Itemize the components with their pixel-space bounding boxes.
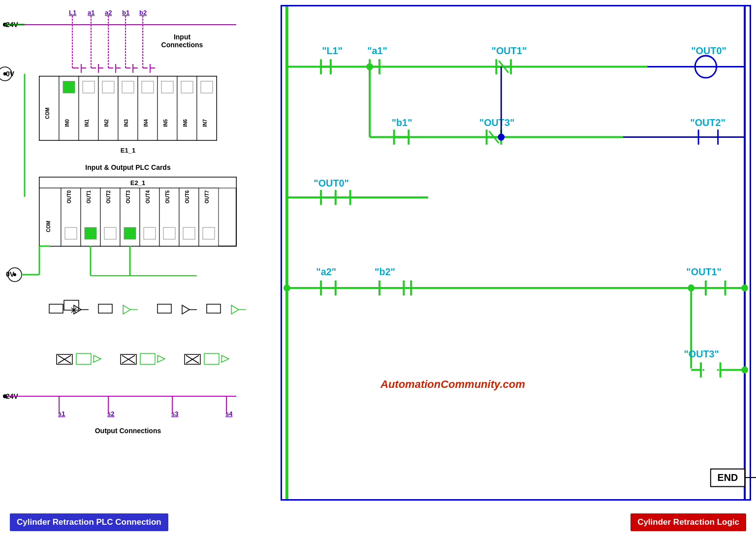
rung2-out3-label: "OUT3" <box>479 117 515 128</box>
svg-point-147 <box>284 285 290 291</box>
ladder-logic-title: Cylinder Retraction Logic <box>630 513 746 531</box>
slot-in5: IN5 <box>163 119 168 127</box>
svg-rect-29 <box>63 81 75 93</box>
svg-rect-78 <box>98 304 112 313</box>
automation-watermark: AutomationCommunity.com <box>380 378 525 391</box>
ladder-svg: "L1" "a1" "OUT1" "OUT0" <box>282 6 750 499</box>
slot-in4: IN4 <box>143 119 149 127</box>
svg-rect-60 <box>183 227 195 239</box>
out-slot-1: OUT1 <box>86 190 92 203</box>
out-slot-2: OUT2 <box>106 190 111 203</box>
svg-point-87 <box>3 394 7 398</box>
ladder-border: "L1" "a1" "OUT1" "OUT0" <box>281 5 751 501</box>
svg-rect-62 <box>203 227 215 239</box>
svg-point-166 <box>717 369 719 371</box>
svg-rect-102 <box>140 353 155 364</box>
svg-point-161 <box>741 285 748 291</box>
voltage-0v-2: 0V <box>6 270 15 278</box>
svg-point-3 <box>3 72 6 75</box>
svg-rect-39 <box>161 81 173 93</box>
out-slot-com: COM <box>46 221 51 232</box>
svg-marker-85 <box>231 305 239 314</box>
rung1-l1-label: "L1" <box>322 45 343 56</box>
svg-rect-56 <box>144 227 156 239</box>
wire-label-b1: b1 <box>122 9 129 16</box>
svg-rect-35 <box>122 81 134 93</box>
svg-rect-31 <box>83 81 94 93</box>
svg-rect-81 <box>158 304 171 313</box>
out-slot-0: OUT0 <box>66 190 72 203</box>
svg-rect-52 <box>104 227 116 239</box>
out-slot-5: OUT5 <box>165 190 170 203</box>
svg-rect-54 <box>124 227 136 239</box>
svg-rect-41 <box>181 81 193 93</box>
rung1-a1-label: "a1" <box>367 45 387 56</box>
svg-point-156 <box>688 285 694 291</box>
svg-rect-97 <box>76 353 91 364</box>
svg-rect-72 <box>64 300 79 310</box>
svg-point-160 <box>722 287 724 289</box>
svg-marker-103 <box>158 355 165 362</box>
svg-point-165 <box>702 369 704 371</box>
e2-label: E2_1 <box>130 179 145 187</box>
rung5-out3-coil-label: "OUT3" <box>684 349 719 359</box>
slot-com: COM <box>45 107 50 119</box>
rung4-b2-label: "b2" <box>375 266 395 277</box>
svg-marker-98 <box>94 355 101 362</box>
wire-label-a2: a2 <box>105 9 112 16</box>
out-slot-6: OUT6 <box>185 190 190 203</box>
svg-marker-79 <box>123 305 130 314</box>
svg-rect-48 <box>65 227 77 239</box>
out-slot-3: OUT3 <box>126 190 131 203</box>
svg-rect-58 <box>163 227 175 239</box>
end-block: END <box>718 472 738 483</box>
slot-in0: IN0 <box>64 119 70 127</box>
wire-label-L1: L1 <box>69 9 76 16</box>
svg-point-159 <box>707 287 709 289</box>
svg-rect-84 <box>207 304 220 313</box>
svg-marker-108 <box>221 355 229 362</box>
slot-in3: IN3 <box>124 119 129 127</box>
e1-label: E1_1 <box>121 147 135 154</box>
slot-in7: IN7 <box>202 119 208 127</box>
slot-in1: IN1 <box>84 119 90 127</box>
rung4-a2-label: "a2" <box>316 266 336 277</box>
svg-rect-37 <box>142 81 154 93</box>
rung2-out2-coil-label: "OUT2" <box>690 117 725 128</box>
ladder-logic-panel: "L1" "a1" "OUT1" "OUT0" <box>276 0 756 540</box>
rung1-out1-label: "OUT1" <box>492 45 527 56</box>
svg-marker-82 <box>182 305 189 314</box>
svg-rect-33 <box>102 81 114 93</box>
plc-connection-title: Cylinder Retraction PLC Connection <box>10 513 168 531</box>
wire-label-b2: b2 <box>139 9 147 16</box>
rung2-b1-label: "b1" <box>392 117 412 128</box>
out-slot-7: OUT7 <box>204 190 210 203</box>
svg-rect-43 <box>201 81 213 93</box>
rung3-out0-label: "OUT0" <box>314 177 349 188</box>
svg-rect-107 <box>204 353 219 364</box>
rung4-out1-coil-label: "OUT1" <box>686 266 722 277</box>
input-connections-label: Input <box>174 33 191 41</box>
io-plc-cards-label: Input & Output PLC Cards <box>85 163 171 171</box>
slot-in2: IN2 <box>104 119 109 127</box>
plc-wiring-panel: 24V 0V Input Connections L1 a1 a2 b1 b2 <box>0 0 276 540</box>
input-connections-label2: Connections <box>161 41 203 49</box>
rung1-out0-coil-label: "OUT0" <box>691 45 726 56</box>
svg-rect-50 <box>85 227 96 239</box>
out-slot-4: OUT4 <box>145 190 151 203</box>
slot-in6: IN6 <box>183 119 188 127</box>
wiring-svg: 24V 0V Input Connections L1 a1 a2 b1 b2 <box>0 0 276 540</box>
output-connections-label: Output Connections <box>95 427 161 435</box>
wire-label-a1: a1 <box>88 9 94 16</box>
svg-point-64 <box>13 273 16 276</box>
svg-rect-46 <box>39 188 61 246</box>
voltage-0v-1: 0V <box>6 70 15 78</box>
svg-rect-75 <box>49 304 63 313</box>
